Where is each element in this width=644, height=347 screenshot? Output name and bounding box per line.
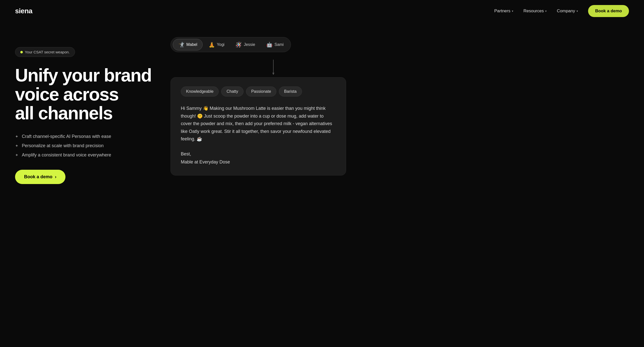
hero-section: Your CSAT secret weapon. Unify your bran… xyxy=(15,32,155,184)
sparkle-icon-1: ✦ xyxy=(15,134,18,139)
svg-marker-0 xyxy=(272,73,274,75)
nav-book-demo-button[interactable]: Book a demo xyxy=(588,5,629,17)
trait-pill-knowledgeable[interactable]: Knowledgeable xyxy=(181,86,219,97)
badge-text: Your CSAT secret weapon. xyxy=(25,50,70,54)
nav-item-resources[interactable]: Resources ▾ xyxy=(523,9,547,14)
nav-item-company[interactable]: Company ▾ xyxy=(557,9,578,14)
signature-closing: Best, xyxy=(181,150,336,158)
hero-book-demo-button[interactable]: Book a demo › xyxy=(15,170,65,184)
trait-pill-chatty[interactable]: Chatty xyxy=(221,86,243,97)
arrow-right-icon: › xyxy=(55,174,56,180)
persona-demo-section: 🤺 Mabel 🧘 Yogi 🪅 Jessie 🤖 Sami xyxy=(171,32,346,176)
persona-tabs: 🤺 Mabel 🧘 Yogi 🪅 Jessie 🤖 Sami xyxy=(171,37,291,52)
hero-badge: Your CSAT secret weapon. xyxy=(15,47,75,57)
sparkle-icon-3: ✦ xyxy=(15,153,18,157)
mabel-emoji: 🤺 xyxy=(178,42,184,48)
chevron-down-icon: ▾ xyxy=(512,10,513,13)
message-signature: Best, Mable at Everyday Dose xyxy=(181,150,336,166)
nav-links: Partners ▾ Resources ▾ Company ▾ Book a … xyxy=(494,5,629,17)
yogi-label: Yogi xyxy=(217,42,225,47)
persona-tab-sami[interactable]: 🤖 Sami xyxy=(261,39,289,50)
connector-area xyxy=(171,60,346,75)
nav-cta-item[interactable]: Book a demo xyxy=(588,5,629,17)
sami-label: Sami xyxy=(275,42,284,47)
jessie-emoji: 🪅 xyxy=(235,42,242,48)
trait-pill-barista[interactable]: Barista xyxy=(279,86,302,97)
main-content: Your CSAT secret weapon. Unify your bran… xyxy=(0,22,644,346)
sparkle-icon-2: ✦ xyxy=(15,143,18,148)
mabel-label: Mabel xyxy=(186,42,197,47)
navbar: siena Partners ▾ Resources ▾ Company ▾ B… xyxy=(0,0,644,22)
nav-link-resources[interactable]: Resources ▾ xyxy=(523,9,547,14)
trait-pill-passionate[interactable]: Passionate xyxy=(246,86,276,97)
hero-title: Unify your brand voice across all channe… xyxy=(15,66,155,123)
connector-curve-icon xyxy=(263,60,283,75)
chat-card: Knowledgeable Chatty Passionate Barista … xyxy=(171,77,346,176)
features-list: ✦ Craft channel-specific AI Personas wit… xyxy=(15,134,155,158)
feature-item-3: ✦ Amplify a consistent brand voice every… xyxy=(15,152,155,158)
persona-tab-jessie[interactable]: 🪅 Jessie xyxy=(230,39,260,50)
trait-pills: Knowledgeable Chatty Passionate Barista xyxy=(181,86,336,97)
nav-link-partners[interactable]: Partners ▾ xyxy=(494,9,513,14)
yogi-emoji: 🧘 xyxy=(209,42,215,48)
sami-emoji: 🤖 xyxy=(266,42,273,48)
jessie-label: Jessie xyxy=(244,42,255,47)
badge-dot-icon xyxy=(20,51,23,53)
feature-item-2: ✦ Personalize at scale with brand precis… xyxy=(15,143,155,148)
signature-name: Mable at Everyday Dose xyxy=(181,158,336,166)
chevron-down-icon: ▾ xyxy=(545,10,547,13)
nav-link-company[interactable]: Company ▾ xyxy=(557,9,578,14)
persona-tab-yogi[interactable]: 🧘 Yogi xyxy=(204,39,230,50)
logo: siena xyxy=(15,7,32,15)
message-body: Hi Sammy 👋 Making our Mushroom Latte is … xyxy=(181,105,336,143)
feature-item-1: ✦ Craft channel-specific AI Personas wit… xyxy=(15,134,155,139)
nav-item-partners[interactable]: Partners ▾ xyxy=(494,9,513,14)
persona-tab-mabel[interactable]: 🤺 Mabel xyxy=(173,39,203,50)
chevron-down-icon: ▾ xyxy=(577,10,578,13)
